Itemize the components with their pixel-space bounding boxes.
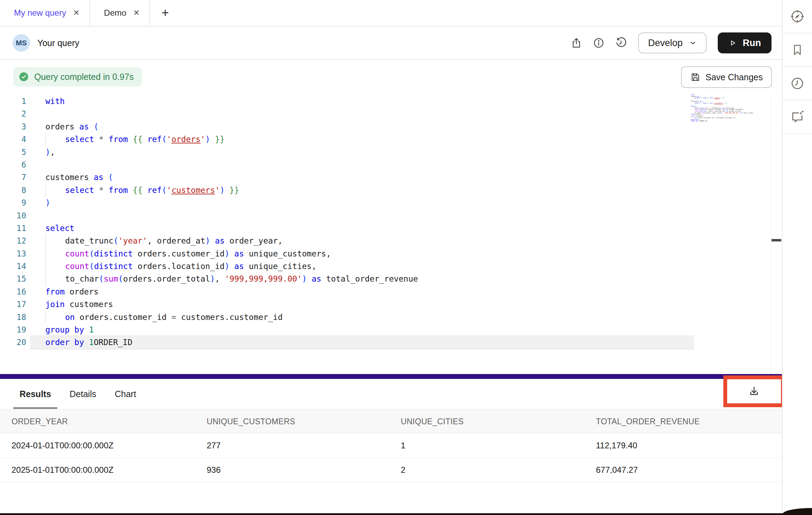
results-tab-chart[interactable]: Chart [115, 379, 136, 409]
code-text: select * from {{ ref('customers') }} [45, 184, 239, 196]
token-br: ( [99, 274, 104, 283]
code-line[interactable]: 13 count(distinct orders.customer_id) as… [0, 247, 782, 260]
code-line[interactable]: 15 to_char(sum(orders.order_total), '999… [0, 273, 782, 285]
code-line[interactable]: 11select [0, 222, 782, 234]
sidebar-item-assistant[interactable] [783, 100, 812, 134]
token-br: ) [205, 236, 210, 245]
history-button[interactable] [612, 34, 630, 52]
code-lines[interactable]: 1with23orders as (4 select * from {{ ref… [0, 95, 782, 349]
new-tab-button[interactable]: + [150, 0, 180, 26]
share-button[interactable] [568, 34, 585, 52]
code-line[interactable]: 14 count(distinct orders.location_id) as… [0, 260, 782, 273]
token-id [104, 135, 109, 144]
close-x-icon[interactable]: ✕ [133, 9, 140, 17]
model-ref-link[interactable]: customers [171, 186, 215, 195]
line-number: 16 [0, 285, 26, 298]
token-id: , [50, 148, 55, 157]
tab-label: My new query [14, 8, 66, 18]
minimap[interactable]: withorders as ( select * from {{ ref('or… [691, 94, 754, 133]
token-id: to_char [65, 274, 99, 283]
column-header: UNIQUE_CUSTOMERS [207, 409, 295, 434]
code-line[interactable]: 10 [0, 209, 782, 222]
line-number: 17 [0, 298, 26, 311]
code-text: from orders [45, 285, 98, 298]
token-kw: ref [147, 135, 162, 144]
token-str: '999,999,999.00' [224, 274, 302, 283]
sidebar-item-bookmarks[interactable] [783, 33, 812, 67]
token-id: customers.customer_id [176, 313, 283, 322]
tab-my-new-query[interactable]: My new query✕ [0, 0, 90, 26]
sidebar-item-history[interactable] [783, 67, 812, 100]
token-id [128, 135, 133, 144]
table-cell: 112,179.40 [596, 433, 637, 458]
table-cell: 936 [207, 458, 221, 482]
code-line[interactable]: 3orders as ( [0, 120, 782, 133]
token-id [94, 186, 99, 195]
develop-dropdown[interactable]: Develop [638, 32, 706, 53]
column-header: ORDER_YEAR [12, 409, 68, 434]
code-line[interactable]: 9) [0, 196, 782, 209]
panel-resize-divider[interactable] [0, 374, 782, 379]
scrollbar-track [771, 94, 771, 374]
token-id: date_trunc [65, 236, 113, 245]
save-changes-button[interactable]: Save Changes [681, 66, 772, 88]
code-line[interactable]: 6 [0, 158, 782, 171]
results-tab-results[interactable]: Results [20, 379, 51, 409]
info-button[interactable] [590, 34, 607, 52]
code-editor[interactable]: Query completed in 0.97s Save Changes 1w… [0, 60, 782, 374]
code-line[interactable]: 4 select * from {{ ref('orders') }} [0, 133, 782, 145]
token-id [84, 325, 89, 334]
token-str: ' [167, 135, 171, 144]
code-text: customers as ( [45, 171, 113, 184]
sidebar-item-explore[interactable] [783, 0, 812, 33]
token-str: 'year' [118, 236, 147, 245]
develop-label: Develop [648, 38, 682, 48]
token-id [104, 186, 109, 195]
line-number: 8 [0, 184, 26, 196]
run-button[interactable]: Run [718, 32, 772, 53]
code-line[interactable]: 20order by 1ORDER_ID [0, 336, 782, 349]
line-number: 5 [0, 146, 26, 158]
code-text: select [45, 222, 74, 234]
token-fn: sum [104, 274, 118, 283]
status-text: Query completed in 0.97s [34, 72, 134, 82]
code-text: orders as ( [45, 120, 98, 133]
code-line[interactable]: 7customers as ( [0, 171, 782, 184]
line-number: 6 [0, 158, 26, 171]
line-number: 14 [0, 260, 26, 273]
code-line[interactable]: 19group by 1 [0, 323, 782, 336]
token-kw: as [234, 249, 244, 258]
tabs: My new query✕Demo✕ [0, 0, 150, 26]
token-kw: select [65, 135, 94, 144]
scrollbar-thumb[interactable] [772, 239, 781, 241]
token-id: orders [45, 122, 79, 131]
code-line[interactable]: 18 on orders.customer_id = customers.cus… [0, 311, 782, 323]
token-ind [45, 273, 65, 285]
code-line[interactable]: 1with [0, 95, 782, 107]
close-x-icon[interactable]: ✕ [73, 9, 79, 17]
tab-demo[interactable]: Demo✕ [90, 0, 150, 26]
code-line[interactable]: 17join customers [0, 298, 782, 311]
code-line[interactable]: 12 date_trunc('year', ordered_at) as ord… [0, 234, 782, 247]
results-tab-details[interactable]: Details [69, 379, 96, 409]
line-number: 13 [0, 247, 26, 260]
token-br: ( [162, 135, 167, 144]
line-number: 2 [0, 107, 26, 120]
code-line[interactable]: 16from orders [0, 285, 782, 298]
code-line[interactable]: 2 [0, 107, 782, 120]
token-op: * [99, 135, 104, 144]
token-id [210, 236, 215, 245]
code-line[interactable]: 8 select * from {{ ref('customers') }} [0, 184, 782, 196]
token-kw: from [109, 186, 128, 195]
download-results-button[interactable] [744, 381, 765, 402]
token-kw: select [45, 224, 74, 233]
token-jinja: }} [229, 186, 239, 195]
token-br: ( [108, 173, 113, 182]
model-ref-link[interactable]: orders [171, 135, 200, 144]
compass-icon [790, 9, 805, 24]
code-text: ) [45, 196, 50, 209]
code-text: with [45, 95, 65, 107]
token-br: ( [94, 122, 99, 131]
token-ind [45, 133, 65, 145]
code-line[interactable]: 5), [0, 146, 782, 158]
